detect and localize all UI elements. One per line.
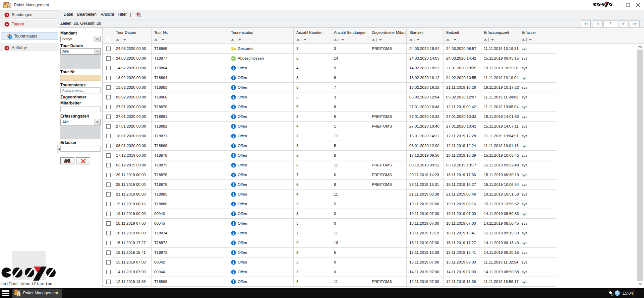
tour-nr-input[interactable] (60, 75, 101, 81)
table-row[interactable]: 27.01.2020 00:00T18881Offen36PREITOMS27.… (103, 112, 557, 122)
row-checkbox[interactable] (106, 95, 111, 99)
sort-ascending-icon[interactable] (409, 39, 413, 41)
page-number[interactable]: 1 (603, 20, 618, 27)
menu-filter[interactable]: Filter (118, 10, 127, 19)
sort-descending-icon[interactable] (161, 39, 165, 41)
table-row[interactable]: 17.12.2019 00:00T18878Offen6817.12.2019 … (103, 151, 557, 160)
row-checkbox[interactable] (106, 153, 111, 158)
sidebar-item-auftraege[interactable]: Aufträge (0, 44, 59, 51)
table-row[interactable]: 27.01.2020 00:00T18882Offen41PREITOMS27.… (103, 122, 557, 131)
network-plug-icon[interactable] (608, 290, 614, 296)
globe-icon[interactable] (614, 290, 620, 296)
zugeordneter-mitarbeiter-input[interactable] (60, 106, 101, 112)
table-row[interactable]: 24.03.2020 00:00T18865Gestartet33PREITOM… (103, 44, 557, 54)
row-checkbox[interactable] (106, 76, 111, 80)
column-header-zugeordneter_mitarbeiter[interactable]: Zugeordneter Mitarbeiter (369, 28, 407, 44)
erfassungszeit-select[interactable]: Alle (60, 119, 101, 125)
tourenstatus-input[interactable] (60, 87, 101, 93)
scroll-up-icon[interactable] (637, 44, 643, 50)
sort-ascending-icon[interactable] (446, 39, 450, 41)
sort-ascending-icon[interactable] (372, 39, 375, 41)
row-checkbox[interactable] (106, 221, 111, 226)
row-checkbox[interactable] (106, 231, 111, 235)
row-checkbox[interactable] (106, 260, 111, 265)
table-row[interactable]: 18.11.2019 07:0000045Offen3018.11.2019 0… (103, 219, 557, 228)
sort-ascending-icon[interactable] (484, 39, 487, 41)
table-row[interactable]: 19.11.2019 00:0000043Offen3019.11.2019 0… (103, 209, 557, 219)
table-row[interactable]: 29.11.2019 00:00T18876Offen76PREITOMS29.… (103, 170, 557, 180)
table-row[interactable]: 18.11.2019 00:00T18874Offen71118.11.2019… (103, 228, 557, 238)
row-checkbox[interactable] (106, 105, 111, 109)
row-checkbox[interactable] (106, 192, 111, 197)
row-checkbox[interactable] (106, 182, 111, 187)
sort-descending-icon[interactable] (123, 39, 126, 41)
row-checkbox[interactable] (106, 163, 111, 167)
sort-descending-icon[interactable] (453, 39, 457, 41)
table-row[interactable]: 21.11.2019 00:00T18885Offen41121.11.2019… (103, 190, 557, 199)
row-checkbox[interactable] (106, 47, 111, 51)
chevron-down-icon[interactable] (95, 49, 100, 54)
column-header-tourenstatus[interactable]: Tourenstatus (229, 28, 294, 44)
sort-descending-icon[interactable] (303, 39, 307, 41)
show-desktop-divider[interactable] (633, 289, 634, 297)
mandant-select[interactable]: cosys (60, 36, 101, 42)
table-row[interactable]: 03.12.2019 00:00T18875Offen611PREITOMS03… (103, 160, 557, 170)
menu-datei[interactable]: Datei (64, 10, 73, 19)
table-row[interactable]: 12.11.2019 13:39T18868Offen811PREITOMS12… (103, 277, 557, 287)
menu-bearbeiten[interactable]: Bearbeiten (77, 10, 97, 19)
sort-descending-icon[interactable] (341, 39, 344, 41)
erfasser-input[interactable] (60, 146, 101, 152)
refresh-report-icon[interactable] (136, 12, 141, 17)
sidebar-item-tourenstatus[interactable]: Tourenstatus (1, 32, 58, 40)
sort-ascending-icon[interactable] (231, 39, 234, 41)
menu-ansicht[interactable]: Ansicht (101, 10, 114, 19)
scrollbar-thumb[interactable] (637, 50, 643, 281)
sort-descending-icon[interactable] (379, 39, 382, 41)
row-checkbox[interactable] (106, 56, 111, 61)
column-header-erfassungszeit[interactable]: Erfassungszeit (481, 28, 519, 44)
row-checkbox[interactable] (106, 241, 111, 245)
table-row[interactable]: 13.02.2020 00:00T18864Offen3813.02.2020 … (103, 73, 557, 83)
sort-ascending-icon[interactable] (522, 39, 525, 41)
sort-descending-icon[interactable] (491, 39, 494, 41)
row-checkbox[interactable] (106, 134, 111, 138)
sidebar-item-touren[interactable]: Touren (0, 20, 59, 27)
table-row[interactable]: 13.02.2020 00:00T18883Offen5713.02.2020 … (103, 83, 557, 92)
table-row[interactable]: 15.11.2019 15:41T18873Offen5515.11.2019 … (103, 248, 557, 257)
table-row[interactable]: 27.01.2020 00:00T18870Offen5827.01.2020 … (103, 102, 557, 112)
column-header-anzahl_sendungen[interactable]: Anzahl Sendungen (332, 28, 369, 44)
table-row[interactable]: 28.11.2019 00:00T18879Offen68PREITOMS28.… (103, 180, 557, 190)
next-page-button[interactable] (619, 20, 629, 27)
table-row[interactable]: 15.11.2019 17:27T18872Offen91815.11.2019… (103, 238, 557, 248)
table-row[interactable]: 08.01.2020 00:00T18869Offen8508.01.2020 … (103, 141, 557, 151)
row-checkbox[interactable] (106, 173, 111, 177)
table-row[interactable]: 19.11.2019 08:16T18880Offen3519.11.2019 … (103, 199, 557, 209)
table-row[interactable]: 14.11.2019 07:0000044Offen3014.11.2019 0… (103, 267, 557, 277)
sidebar-item-sendungen[interactable]: Sendungen (0, 10, 59, 19)
row-checkbox[interactable] (106, 212, 111, 216)
maximize-button[interactable] (623, 0, 633, 10)
column-header-startzeit[interactable]: Startzeit (407, 28, 444, 44)
chevron-down-icon[interactable] (95, 36, 100, 42)
table-row[interactable]: 14.02.2020 00:00T18884Offen4914.02.2020 … (103, 63, 557, 73)
row-checkbox[interactable] (106, 85, 111, 90)
row-checkbox[interactable] (106, 66, 111, 70)
table-row[interactable]: 15.11.2019 07:0000042Offen3015.11.2019 0… (103, 257, 557, 267)
row-checkbox[interactable] (106, 115, 111, 119)
vertical-scrollbar[interactable] (637, 44, 643, 287)
select-all-checkbox[interactable] (106, 37, 110, 41)
sort-ascending-icon[interactable] (154, 39, 158, 41)
tour-datum-select[interactable]: Alle (60, 48, 101, 55)
column-header-tour_datum[interactable]: Tour-Datum (114, 28, 152, 44)
previous-page-button[interactable] (593, 20, 603, 27)
column-header-anzahl_kunden[interactable]: Anzahl Kunden (294, 28, 331, 44)
sort-descending-icon[interactable] (238, 39, 241, 41)
sort-descending-icon[interactable] (416, 39, 420, 41)
last-page-button[interactable] (630, 20, 640, 27)
sort-ascending-icon[interactable] (296, 39, 300, 41)
chevron-down-icon[interactable] (95, 119, 100, 125)
row-checkbox[interactable] (106, 202, 111, 206)
table-row[interactable]: 05.02.2020 00:00T18866Offen3305.02.2020 … (103, 92, 557, 102)
panel-collapse-handle[interactable] (57, 145, 59, 153)
clear-filter-button[interactable] (76, 157, 90, 164)
